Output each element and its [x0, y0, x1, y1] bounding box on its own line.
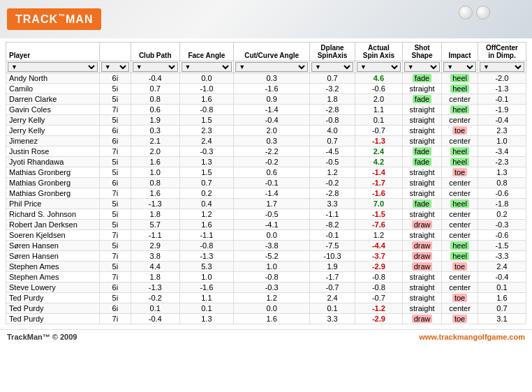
cell-cca: -2.2: [234, 146, 310, 157]
cell-fa: 1.0: [179, 272, 234, 282]
cell-ocd: -2.0: [478, 73, 526, 84]
filter-shape[interactable]: ▼: [402, 61, 441, 73]
cell-ocd: -3.3: [478, 251, 526, 262]
cell-fa: 0.1: [179, 303, 234, 314]
cell-cca: -4.1: [234, 220, 310, 230]
cell-impact: heel: [442, 84, 478, 94]
cell-player: Gavin Coles: [6, 105, 100, 115]
cell-fa: 0.0: [179, 73, 234, 84]
cell-cca: -3.8: [234, 241, 310, 251]
cell-impact: heel: [442, 251, 478, 262]
cell-player: Stephen Ames: [6, 262, 100, 272]
cell-asa: -0.7: [355, 293, 402, 303]
col-shot-shape: ShotShape: [402, 43, 441, 61]
cell-impact: toe: [442, 126, 478, 136]
cell-shape: draw: [402, 314, 441, 324]
filter-player[interactable]: ▼: [6, 61, 100, 73]
cell-impact: center: [442, 209, 478, 220]
cell-impact: heel: [442, 157, 478, 167]
cell-asa: -1.5: [355, 209, 402, 220]
website: www.trackmangolfgame.com: [419, 333, 525, 341]
cell-club: 5i: [99, 115, 131, 126]
cell-asa: -2.9: [355, 262, 402, 272]
golf-ball-2: [476, 6, 490, 20]
cell-club: 6i: [99, 282, 131, 293]
cell-asa: -0.8: [355, 282, 402, 293]
table-row: Stephen Ames 7i 1.8 1.0 -0.8 -1.7 -0.8 s…: [6, 272, 526, 282]
cell-ocd: 0.8: [478, 178, 526, 188]
cell-cca: -0.8: [234, 272, 310, 282]
table-row: Ted Purdy 6i 0.1 0.1 0.0 0.1 -1.2 straig…: [6, 303, 526, 314]
cell-cca: 0.6: [234, 167, 310, 178]
filter-impact[interactable]: ▼: [442, 61, 478, 73]
cell-fa: -1.0: [179, 84, 234, 94]
cell-player: Justin Rose: [6, 146, 100, 157]
cell-cca: -0.5: [234, 209, 310, 220]
cell-cp: 0.8: [131, 94, 179, 105]
table-row: Jerry Kelly 5i 1.9 1.5 -0.4 -0.8 0.1 str…: [6, 115, 526, 126]
cell-dsa: -7.5: [310, 241, 355, 251]
cell-cca: 2.0: [234, 126, 310, 136]
cell-fa: -0.8: [179, 105, 234, 115]
cell-player: Jerry Kelly: [6, 126, 100, 136]
cell-fa: -0.3: [179, 146, 234, 157]
filter-cca[interactable]: ▼: [234, 61, 310, 73]
cell-shape: draw: [402, 262, 441, 272]
cell-player: Steve Lowery: [6, 282, 100, 293]
filter-ocd[interactable]: ▼: [478, 61, 526, 73]
cell-dsa: -3.2: [310, 84, 355, 94]
cell-player: Jyoti Rhandawa: [6, 157, 100, 167]
table-row: Mathias Gronberg 7i 1.6 0.2 -1.4 -2.8 -1…: [6, 188, 526, 199]
table-row: Phil Price 5i -1.3 0.4 1.7 3.3 7.0 fade …: [6, 199, 526, 209]
cell-dsa: -0.1: [310, 230, 355, 241]
cell-cp: -0.4: [131, 314, 179, 324]
cell-club: 5i: [99, 293, 131, 303]
cell-cp: 1.6: [131, 157, 179, 167]
cell-cp: 5.7: [131, 220, 179, 230]
filter-dsa[interactable]: ▼: [310, 61, 355, 73]
cell-club: 5i: [99, 94, 131, 105]
cell-ocd: 0.2: [478, 209, 526, 220]
cell-shape: draw: [402, 251, 441, 262]
filter-fa[interactable]: ▼: [179, 61, 234, 73]
cell-player: Phil Price: [6, 199, 100, 209]
cell-cca: 0.9: [234, 94, 310, 105]
cell-asa: -1.6: [355, 188, 402, 199]
logo-text: TRACK™MAN: [15, 13, 93, 26]
cell-asa: 2.0: [355, 94, 402, 105]
cell-cca: -1.4: [234, 188, 310, 199]
cell-fa: -0.8: [179, 241, 234, 251]
cell-asa: -1.3: [355, 136, 402, 146]
cell-asa: 1.1: [355, 105, 402, 115]
cell-cp: 1.0: [131, 167, 179, 178]
cell-cp: -1.3: [131, 282, 179, 293]
cell-impact: toe: [442, 314, 478, 324]
cell-shape: draw: [402, 241, 441, 251]
cell-cca: -0.2: [234, 157, 310, 167]
cell-cp: 0.1: [131, 303, 179, 314]
header-decoration: [459, 6, 490, 20]
filter-asa[interactable]: ▼: [355, 61, 402, 73]
cell-shape: straight: [402, 282, 441, 293]
cell-dsa: -0.5: [310, 157, 355, 167]
cell-asa: 4.6: [355, 73, 402, 84]
cell-cca: -1.4: [234, 105, 310, 115]
cell-fa: 2.4: [179, 136, 234, 146]
filter-row[interactable]: ▼ ▼ ▼ ▼ ▼ ▼ ▼ ▼ ▼ ▼: [6, 61, 526, 73]
cell-impact: toe: [442, 167, 478, 178]
cell-dsa: 1.2: [310, 167, 355, 178]
cell-cp: -1.1: [131, 230, 179, 241]
cell-cca: 1.7: [234, 199, 310, 209]
cell-cp: 1.9: [131, 115, 179, 126]
cell-club: 7i: [99, 314, 131, 324]
cell-dsa: 3.3: [310, 199, 355, 209]
cell-ocd: 2.3: [478, 126, 526, 136]
table-body: Andy North 6i -0.4 0.0 0.3 0.7 4.6 fade …: [6, 73, 526, 324]
cell-player: Mathias Gronberg: [6, 188, 100, 199]
cell-fa: -1.1: [179, 230, 234, 241]
cell-cca: 0.3: [234, 73, 310, 84]
filter-club[interactable]: ▼: [99, 61, 131, 73]
cell-cp: 0.7: [131, 84, 179, 94]
filter-cp[interactable]: ▼: [131, 61, 179, 73]
cell-impact: toe: [442, 293, 478, 303]
